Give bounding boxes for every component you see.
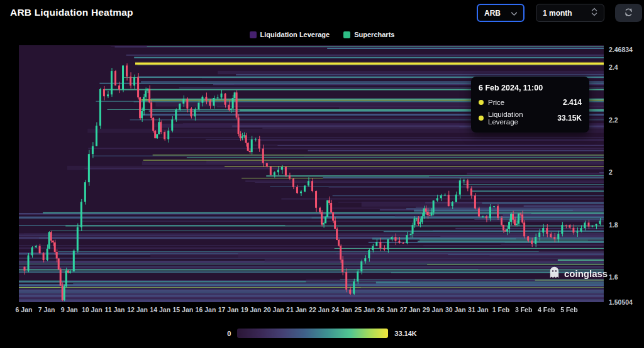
watermark: coinglass [549, 266, 608, 280]
legend-label: Supercharts [354, 31, 394, 38]
watermark-text: coinglass [564, 268, 608, 279]
legend-swatch-purple [250, 31, 257, 38]
x-axis: 6 Jan7 Jan9 Jan10 Jan11 Jan12 Jan14 Jan1… [19, 306, 604, 315]
x-axis-tick: 20 Jan [264, 306, 284, 313]
colorbar-max-label: 33.14K [394, 330, 416, 337]
y-axis-tick: 1.50504 [609, 298, 633, 306]
colorbar: 0 33.14K [0, 329, 644, 338]
x-axis-tick: 22 Jan [309, 306, 330, 313]
ghost-icon [549, 266, 560, 280]
x-axis-tick: 14 Jan [150, 306, 170, 313]
y-axis-tick: 2.2 [609, 116, 618, 124]
tooltip-label: Price [488, 99, 558, 106]
legend-swatch-green [343, 31, 350, 38]
legend-item-liquidation-leverage[interactable]: Liquidation Leverage [250, 31, 330, 38]
x-axis-tick: 26 Jan [377, 306, 398, 313]
x-axis-tick: 4 Feb [538, 306, 555, 313]
y-axis-tick: 2.4 [609, 63, 618, 71]
tooltip-row-liquidation-leverage: Liquidation Leverage 33.15K [479, 111, 582, 126]
x-axis-tick: 29 Jan [423, 306, 443, 313]
tooltip-row-price: Price 2.414 [479, 98, 582, 107]
yellow-dot-icon [479, 100, 484, 105]
x-axis-tick: 24 Jan [331, 306, 352, 313]
y-axis-tick: 2 [609, 168, 613, 176]
x-axis-tick: 11 Jan [104, 306, 125, 313]
legend-item-supercharts[interactable]: Supercharts [343, 31, 394, 38]
x-axis-tick: 9 Jan [61, 306, 78, 313]
x-axis-tick: 19 Jan [241, 306, 262, 313]
x-axis-tick: 6 Jan [16, 306, 33, 313]
x-axis-tick: 21 Jan [286, 306, 307, 313]
x-axis-tick: 30 Jan [445, 306, 466, 313]
y-axis-tick: 1.8 [609, 221, 618, 229]
tooltip: 6 Feb 2024, 11:00 Price 2.414 Liquidatio… [471, 77, 589, 133]
x-axis-tick: 15 Jan [172, 306, 193, 313]
period-select-value: 1 month [543, 9, 572, 18]
chart-area[interactable]: coinglass 6 Feb 2024, 11:00 Price 2.414 … [19, 45, 604, 302]
colorbar-min-label: 0 [227, 330, 231, 337]
x-axis-tick: 31 Jan [468, 306, 489, 313]
symbol-select[interactable]: ARB [477, 4, 525, 22]
x-axis-tick: 17 Jan [218, 306, 239, 313]
tooltip-label: Liquidation Leverage [488, 111, 553, 126]
x-axis-tick: 25 Jan [354, 306, 375, 313]
y-axis-tick: 2.46834 [609, 46, 633, 53]
x-axis-tick: 27 Jan [400, 306, 421, 313]
y-axis-tick: 1.6 [609, 273, 618, 281]
x-axis-tick: 10 Jan [82, 306, 103, 313]
tooltip-title: 6 Feb 2024, 11:00 [479, 84, 582, 92]
period-select[interactable]: 1 month [536, 4, 604, 22]
refresh-button[interactable] [615, 4, 642, 22]
x-axis-tick: 7 Jan [38, 306, 55, 313]
chevron-down-icon [511, 9, 517, 18]
x-axis-tick: 12 Jan [127, 306, 148, 313]
x-axis-tick: 5 Feb [560, 306, 577, 313]
x-axis-tick: 1 Feb [492, 306, 509, 313]
page-title: ARB Liquidation Heatmap [10, 7, 133, 18]
colorbar-gradient [237, 329, 388, 338]
tooltip-value: 33.15K [557, 114, 582, 122]
legend-label: Liquidation Leverage [260, 31, 330, 38]
x-axis-tick: 16 Jan [196, 306, 216, 313]
tooltip-value: 2.414 [563, 98, 582, 107]
updown-stepper-icon [591, 7, 597, 19]
x-axis-tick: 3 Feb [515, 306, 532, 313]
symbol-select-value: ARB [484, 9, 501, 18]
refresh-icon [623, 7, 634, 19]
yellow-dot-icon [479, 116, 484, 121]
chart-legend: Liquidation Leverage Supercharts [0, 31, 644, 38]
